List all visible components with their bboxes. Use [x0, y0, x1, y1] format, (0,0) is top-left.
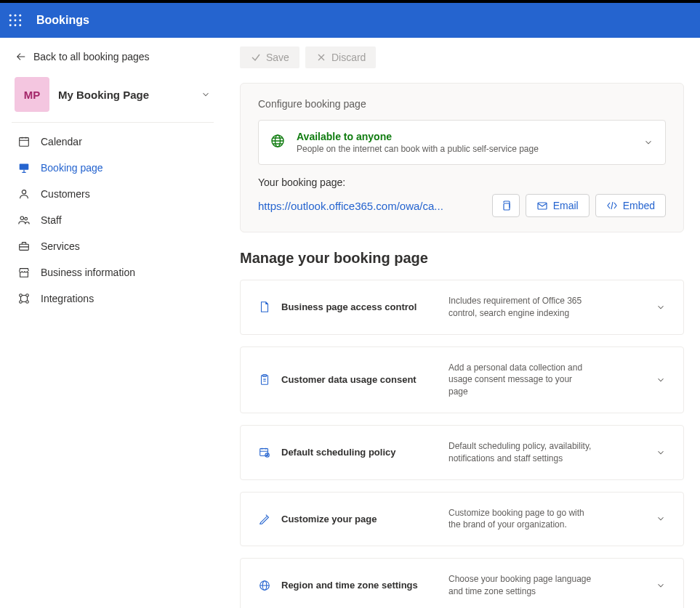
svg-point-27	[267, 454, 268, 455]
app-title: Bookings	[36, 14, 89, 27]
chevron-down-icon	[656, 302, 666, 312]
arrow-left-icon	[16, 52, 26, 62]
configure-card: Configure booking page Available to anyo…	[240, 83, 684, 232]
checkmark-icon	[250, 52, 262, 63]
svg-point-17	[20, 301, 23, 304]
svg-point-12	[20, 216, 24, 220]
back-link-label: Back to all booking pages	[33, 51, 150, 62]
store-icon	[17, 266, 31, 279]
svg-point-11	[22, 190, 25, 194]
svg-point-1	[15, 15, 17, 17]
configure-title: Configure booking page	[258, 98, 666, 110]
settings-item-desc: Includes requirement of Office 365 contr…	[448, 295, 594, 320]
sidebar-item-label: Calendar	[41, 136, 82, 147]
settings-item-title: Region and time zone settings	[281, 580, 438, 591]
sidebar-item-integrations[interactable]: Integrations	[12, 285, 214, 312]
action-bar: Save Discard	[240, 44, 684, 71]
settings-item-desc: Choose your booking page language and ti…	[448, 573, 594, 598]
svg-point-3	[9, 20, 12, 22]
app-launcher-icon[interactable]	[9, 14, 22, 27]
svg-point-8	[19, 24, 21, 26]
email-button[interactable]: Email	[526, 194, 590, 217]
chevron-down-icon	[656, 375, 666, 385]
sidebar-item-label: Booking page	[41, 162, 103, 174]
chevron-down-icon	[643, 137, 653, 147]
availability-selector[interactable]: Available to anyone People on the intern…	[258, 120, 666, 165]
booking-page-selector[interactable]: MP My Booking Page	[12, 73, 214, 123]
svg-rect-10	[20, 164, 29, 170]
sidebar: Back to all booking pages MP My Booking …	[0, 38, 225, 608]
calendar-icon	[17, 135, 31, 148]
svg-rect-9	[20, 138, 29, 147]
settings-item-consent[interactable]: Customer data usage consent Add a person…	[240, 346, 684, 413]
svg-point-16	[26, 294, 29, 297]
sidebar-item-business-info[interactable]: Business information	[12, 259, 214, 285]
sidebar-item-label: Staff	[41, 214, 62, 226]
embed-label: Embed	[623, 200, 655, 211]
settings-item-scheduling[interactable]: Default scheduling policy Default schedu…	[240, 425, 684, 480]
chevron-down-icon	[656, 447, 666, 458]
chevron-down-icon	[656, 580, 666, 591]
discard-label: Discard	[331, 52, 366, 63]
sidebar-item-label: Customers	[41, 188, 90, 200]
sidebar-item-customers[interactable]: Customers	[12, 181, 214, 207]
paint-icon	[258, 512, 271, 525]
settings-item-title: Business page access control	[281, 301, 438, 312]
booking-page-name: My Booking Page	[58, 89, 192, 101]
people-icon	[17, 214, 31, 227]
settings-item-title: Default scheduling policy	[281, 447, 438, 458]
app-header: Bookings	[0, 3, 700, 38]
sidebar-item-label: Business information	[41, 267, 135, 278]
copy-button[interactable]	[492, 194, 520, 217]
embed-button[interactable]: Embed	[595, 194, 666, 217]
svg-point-4	[15, 20, 17, 22]
chevron-down-icon	[201, 89, 211, 100]
svg-point-7	[15, 24, 17, 26]
svg-point-2	[19, 15, 21, 17]
avatar: MP	[15, 77, 49, 112]
calendar-settings-icon	[258, 446, 271, 459]
chevron-down-icon	[656, 514, 666, 524]
settings-item-desc: Default scheduling policy, availability,…	[448, 440, 594, 465]
close-icon	[315, 52, 327, 63]
sidebar-item-services[interactable]: Services	[12, 233, 214, 259]
settings-item-access-control[interactable]: Business page access control Includes re…	[240, 280, 684, 335]
settings-item-title: Customer data usage consent	[281, 374, 438, 385]
svg-point-5	[19, 20, 21, 22]
svg-point-0	[9, 15, 12, 17]
svg-point-13	[25, 217, 28, 220]
settings-item-region[interactable]: Region and time zone settings Choose you…	[240, 558, 684, 608]
save-label: Save	[266, 52, 289, 63]
discard-button[interactable]: Discard	[305, 46, 376, 68]
monitor-icon	[17, 161, 31, 174]
copy-icon	[500, 200, 512, 211]
sidebar-item-booking-page[interactable]: Booking page	[12, 155, 214, 181]
clipboard-icon	[258, 373, 271, 386]
globe-icon	[270, 134, 285, 151]
svg-point-26	[265, 453, 269, 457]
integrations-icon	[17, 292, 31, 305]
main-content: Save Discard Configure booking page Avai…	[225, 38, 700, 608]
url-section: Your booking page: https://outlook.offic…	[258, 177, 666, 217]
code-icon	[606, 200, 618, 211]
sidebar-item-label: Services	[41, 240, 80, 252]
availability-desc: People on the internet can book with a p…	[297, 144, 632, 154]
sidebar-item-label: Integrations	[41, 293, 94, 304]
back-link[interactable]: Back to all booking pages	[12, 48, 214, 65]
svg-point-6	[9, 24, 12, 26]
mail-icon	[536, 200, 548, 211]
svg-point-18	[26, 301, 29, 304]
settings-item-desc: Customize booking page to go with the br…	[448, 507, 594, 532]
sidebar-item-staff[interactable]: Staff	[12, 207, 214, 233]
booking-url[interactable]: https://outlook.office365.com/owa/ca...	[258, 200, 486, 212]
sidebar-nav: Calendar Booking page Customers Staff Se…	[12, 129, 214, 312]
document-icon	[258, 301, 271, 314]
svg-rect-21	[504, 203, 510, 210]
settings-item-customize[interactable]: Customize your page Customize booking pa…	[240, 492, 684, 547]
briefcase-icon	[17, 240, 31, 253]
globe-icon	[258, 579, 271, 592]
availability-title: Available to anyone	[297, 131, 632, 142]
save-button[interactable]: Save	[240, 46, 299, 68]
sidebar-item-calendar[interactable]: Calendar	[12, 129, 214, 155]
url-label: Your booking page:	[258, 177, 666, 188]
